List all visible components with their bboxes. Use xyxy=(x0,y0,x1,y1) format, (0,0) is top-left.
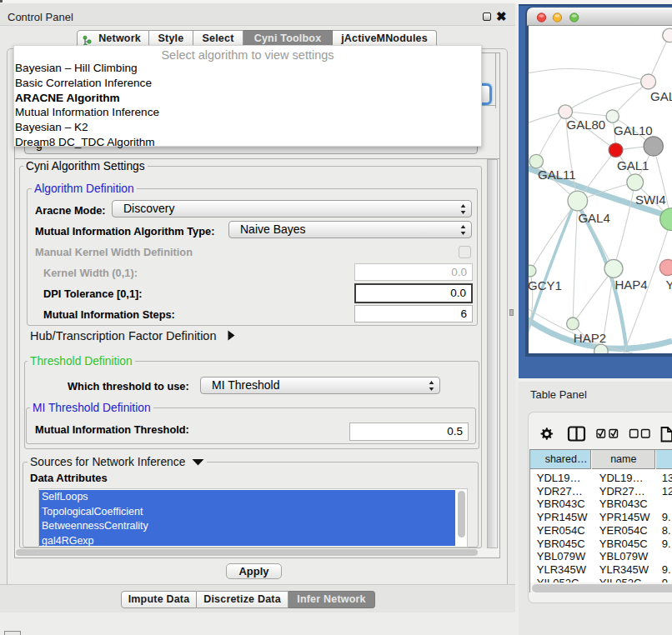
svg-text:GAL10: GAL10 xyxy=(614,123,653,138)
svg-text:GCY1: GCY1 xyxy=(529,278,562,292)
svg-text:Y: Y xyxy=(666,278,672,292)
svg-text:GAL11: GAL11 xyxy=(538,168,576,182)
svg-text:SWI4: SWI4 xyxy=(635,192,666,207)
svg-text:GAL7: GAL7 xyxy=(650,89,672,103)
svg-text:HAP2: HAP2 xyxy=(574,331,606,345)
svg-text:HAP4: HAP4 xyxy=(614,278,647,292)
svg-text:GAL80: GAL80 xyxy=(567,118,606,132)
svg-text:GAL1: GAL1 xyxy=(617,158,649,172)
svg-text:GAL4: GAL4 xyxy=(578,211,609,225)
